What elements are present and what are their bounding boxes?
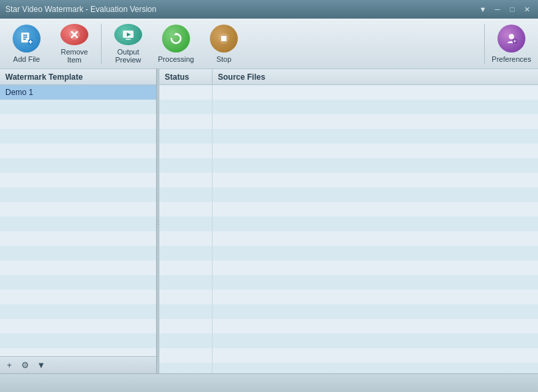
right-list-row bbox=[159, 363, 538, 373]
source-files-list[interactable] bbox=[159, 85, 538, 373]
output-preview-button[interactable]: Output Preview bbox=[104, 21, 152, 66]
left-panel-footer: + ⚙ ▼ bbox=[0, 356, 156, 373]
list-row bbox=[0, 202, 156, 217]
right-list-row bbox=[159, 246, 538, 260]
source-cell bbox=[213, 129, 538, 144]
list-row bbox=[0, 129, 156, 144]
restore-button[interactable]: □ bbox=[506, 3, 518, 15]
svg-rect-12 bbox=[126, 39, 131, 40]
list-item[interactable]: Demo 1 bbox=[0, 85, 156, 100]
right-list-row bbox=[159, 202, 538, 217]
window-controls: ▼ ─ □ ✕ bbox=[477, 3, 533, 15]
remove-item-button[interactable]: Remove Item bbox=[50, 21, 98, 66]
list-row bbox=[0, 275, 156, 290]
window-title: Star Video Watermark - Evaluation Versio… bbox=[5, 5, 156, 14]
preferences-button[interactable]: Preferences bbox=[488, 21, 535, 66]
status-cell bbox=[159, 334, 213, 348]
right-list-row bbox=[159, 304, 538, 319]
toolbar: Add File Remove Item bbox=[0, 19, 538, 69]
left-panel-header: Watermark Template bbox=[0, 69, 156, 85]
template-item-label: Demo 1 bbox=[5, 88, 33, 97]
status-cell bbox=[159, 144, 213, 158]
template-settings-button[interactable]: ⚙ bbox=[19, 359, 32, 372]
status-cell bbox=[159, 304, 213, 319]
processing-button[interactable]: Processing bbox=[152, 21, 200, 66]
status-cell bbox=[159, 217, 213, 231]
right-list-row bbox=[159, 144, 538, 158]
source-cell bbox=[213, 334, 538, 348]
right-list-row bbox=[159, 85, 538, 100]
status-cell bbox=[159, 363, 213, 373]
list-row bbox=[0, 144, 156, 158]
right-list-row bbox=[159, 173, 538, 187]
list-row bbox=[0, 334, 156, 348]
source-column-header: Source Files bbox=[213, 69, 538, 84]
main-content: Watermark Template Demo 1 bbox=[0, 69, 538, 373]
right-list-row bbox=[159, 129, 538, 144]
output-preview-icon bbox=[114, 24, 142, 45]
toolbar-right-group: Preferences bbox=[482, 19, 535, 68]
right-list-row bbox=[159, 334, 538, 348]
source-cell bbox=[213, 187, 538, 202]
list-row bbox=[0, 114, 156, 129]
list-row bbox=[0, 319, 156, 334]
close-button[interactable]: ✕ bbox=[521, 3, 533, 15]
right-list-row bbox=[159, 231, 538, 246]
right-list-row bbox=[159, 158, 538, 173]
right-list-row bbox=[159, 100, 538, 114]
remove-item-icon bbox=[60, 24, 88, 45]
processing-icon bbox=[162, 25, 190, 52]
source-cell bbox=[213, 217, 538, 231]
add-template-button[interactable]: + bbox=[3, 359, 16, 372]
list-row bbox=[0, 260, 156, 275]
svg-point-16 bbox=[509, 34, 514, 39]
list-row bbox=[0, 173, 156, 187]
svg-rect-15 bbox=[221, 36, 226, 41]
source-cell bbox=[213, 202, 538, 217]
status-cell bbox=[159, 158, 213, 173]
remove-item-label: Remove Item bbox=[53, 48, 96, 64]
status-cell bbox=[159, 275, 213, 290]
stop-button[interactable]: Stop bbox=[200, 21, 248, 66]
list-row bbox=[0, 158, 156, 173]
list-row bbox=[0, 348, 156, 356]
status-cell bbox=[159, 187, 213, 202]
template-dropdown-button[interactable]: ▼ bbox=[35, 359, 48, 372]
source-cell bbox=[213, 319, 538, 334]
right-list-row bbox=[159, 275, 538, 290]
source-cell bbox=[213, 290, 538, 304]
watermark-template-label: Watermark Template bbox=[5, 72, 83, 82]
list-row bbox=[0, 231, 156, 246]
left-panel: Watermark Template Demo 1 bbox=[0, 69, 157, 373]
status-column-header: Status bbox=[159, 69, 213, 84]
output-preview-label: Output Preview bbox=[107, 48, 149, 64]
list-row bbox=[0, 246, 156, 260]
source-cell bbox=[213, 100, 538, 114]
minimize-button[interactable]: ─ bbox=[492, 3, 503, 15]
status-header-label: Status bbox=[165, 72, 189, 82]
add-file-button[interactable]: Add File bbox=[3, 21, 50, 66]
status-cell bbox=[159, 129, 213, 144]
source-cell bbox=[213, 158, 538, 173]
source-cell bbox=[213, 144, 538, 158]
source-cell bbox=[213, 231, 538, 246]
right-list-row bbox=[159, 260, 538, 275]
template-list[interactable]: Demo 1 bbox=[0, 85, 156, 356]
right-panel-header: Status Source Files bbox=[159, 69, 538, 85]
stop-icon bbox=[210, 25, 238, 52]
status-bar bbox=[0, 373, 538, 392]
right-panel: Status Source Files bbox=[159, 69, 538, 373]
status-cell bbox=[159, 348, 213, 363]
right-list-row bbox=[159, 114, 538, 129]
right-list-row bbox=[159, 187, 538, 202]
status-cell bbox=[159, 85, 213, 100]
toolbar-sep-2 bbox=[484, 24, 485, 64]
status-cell bbox=[159, 260, 213, 275]
source-cell bbox=[213, 260, 538, 275]
source-cell bbox=[213, 363, 538, 373]
source-cell bbox=[213, 246, 538, 260]
add-file-icon bbox=[13, 25, 41, 52]
source-cell bbox=[213, 304, 538, 319]
preferences-label: Preferences bbox=[492, 55, 531, 63]
list-row bbox=[0, 290, 156, 304]
